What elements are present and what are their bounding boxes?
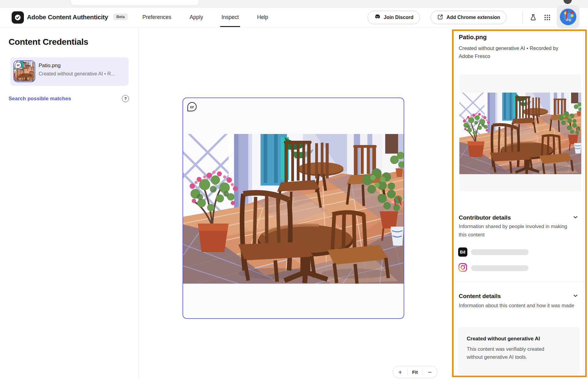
- zoom-fit-button[interactable]: Fit: [408, 366, 422, 378]
- external-link-icon: [437, 14, 443, 21]
- tab-apply[interactable]: Apply: [190, 8, 203, 27]
- panel-file-subtitle: Created without generative AI • Recorded…: [459, 44, 573, 60]
- help-icon[interactable]: ?: [122, 95, 129, 102]
- redacted-handle: [471, 249, 529, 255]
- app-title: Adobe Content Authenticity: [27, 13, 108, 21]
- main-nav: Preferences Apply Inspect Help: [142, 8, 268, 27]
- patio-image: [183, 134, 404, 284]
- file-summary: Created without generative AI • R...: [39, 71, 127, 77]
- content-details-description: Information about this content and how i…: [459, 301, 576, 310]
- screen: Adobe Content Authenticity Beta Preferen…: [0, 0, 588, 379]
- contributor-details-title: Contributor details: [459, 214, 511, 221]
- apps-grid-icon[interactable]: [542, 12, 552, 23]
- sidebar: Content Credentials cr Patio.png Created…: [0, 27, 139, 379]
- beta-badge: Beta: [113, 13, 128, 20]
- instagram-icon: [458, 263, 467, 273]
- browser-omnibox-remnant: [70, 0, 199, 6]
- panel-divider: [454, 282, 585, 282]
- account-avatar[interactable]: [557, 5, 579, 29]
- discord-icon: [374, 13, 381, 21]
- chevron-down-icon[interactable]: [572, 214, 579, 222]
- cr-pin-icon[interactable]: cr: [187, 102, 197, 111]
- content-details-header[interactable]: Content details: [459, 292, 579, 300]
- behance-profile-row[interactable]: Bē: [458, 247, 529, 257]
- image-viewer[interactable]: cr: [183, 98, 404, 319]
- zoom-in-button[interactable]: +: [393, 366, 407, 378]
- file-name: Patio.png: [39, 63, 61, 69]
- join-discord-button[interactable]: Join Discord: [368, 11, 420, 24]
- contributor-details-description: Information shared by people involved in…: [459, 222, 576, 239]
- zoom-out-button[interactable]: −: [423, 366, 437, 378]
- cr-pin-icon: cr: [15, 62, 21, 68]
- tab-preferences[interactable]: Preferences: [142, 8, 171, 27]
- page-title: Content Credentials: [9, 37, 88, 47]
- generative-ai-info-card: Created without generative AI This conte…: [458, 327, 580, 375]
- panel-file-title: Patio.png: [459, 34, 487, 41]
- plus-icon: +: [398, 369, 402, 375]
- behance-icon: Bē: [458, 247, 467, 257]
- app-header: Adobe Content Authenticity Beta Preferen…: [0, 8, 588, 27]
- chevron-down-icon[interactable]: [572, 292, 579, 300]
- redacted-handle: [471, 265, 529, 271]
- add-chrome-extension-label: Add Chrome extension: [447, 15, 500, 20]
- info-card-body: This content was verifiably created with…: [467, 345, 545, 361]
- browser-avatar-partial: [564, 0, 572, 4]
- details-panel: Patio.png Created without generative AI …: [452, 29, 587, 377]
- file-list-item-patio[interactable]: cr Patio.png Created without generative …: [10, 57, 129, 86]
- tab-help[interactable]: Help: [257, 8, 268, 27]
- instagram-profile-row[interactable]: [458, 263, 529, 273]
- minus-icon: −: [428, 369, 432, 375]
- adobe-check-logo-icon: [12, 11, 24, 24]
- header-divider: [522, 12, 523, 23]
- info-card-title: Created without generative AI: [467, 336, 540, 342]
- add-chrome-extension-button[interactable]: Add Chrome extension: [431, 11, 507, 24]
- browser-strip: [0, 0, 588, 8]
- contributor-details-header[interactable]: Contributor details: [459, 214, 579, 222]
- content-details-title: Content details: [459, 293, 501, 300]
- beaker-flask-icon[interactable]: [527, 12, 539, 23]
- join-discord-label: Join Discord: [384, 15, 413, 20]
- image-preview-card: [459, 74, 581, 191]
- search-possible-matches-link[interactable]: Search possible matches: [9, 96, 71, 102]
- zoom-controls: + Fit −: [393, 366, 437, 378]
- file-thumbnail: cr: [13, 60, 35, 82]
- tab-inspect[interactable]: Inspect: [221, 8, 239, 27]
